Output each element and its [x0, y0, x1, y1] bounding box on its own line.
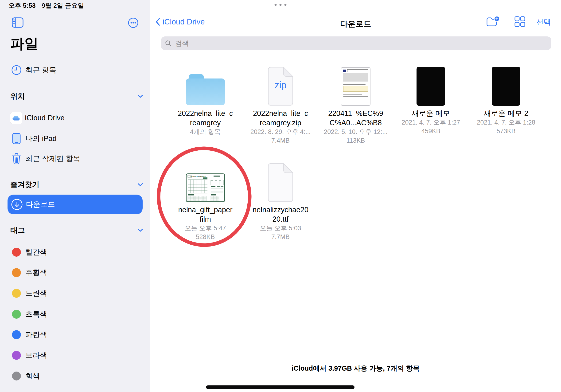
tag-dot-purple-icon	[10, 351, 22, 360]
tag-dot-orange-icon	[10, 268, 22, 277]
icloud-drive-icon	[10, 112, 22, 124]
chevron-back-icon	[155, 18, 160, 26]
memo-thumbnail	[417, 67, 445, 106]
sidebar-item-downloads[interactable]: 다운로드	[8, 195, 143, 214]
sidebar-item-tag-orange[interactable]: 주황색	[10, 266, 143, 280]
sidebar-more-button[interactable]	[128, 17, 139, 28]
sidebar-toggle-icon	[12, 17, 23, 28]
tag-dot-gray-icon	[10, 371, 22, 381]
file-name: 2022nelna_lite_creamgrey.zip	[253, 109, 308, 128]
sidebar-item-label: 최근 항목	[25, 65, 57, 75]
download-circle-icon	[11, 198, 23, 211]
section-header-label: 태그	[10, 225, 25, 235]
sidebar-item-tag-gray[interactable]: 회색	[10, 369, 143, 383]
search-input[interactable]	[175, 39, 551, 47]
new-folder-button[interactable]	[486, 16, 500, 28]
file-meta: 459KB	[421, 127, 440, 136]
memo-thumbnail	[492, 67, 520, 106]
tag-label: 파란색	[25, 330, 47, 340]
document-thumbnail	[341, 67, 370, 106]
search-icon	[165, 40, 172, 46]
status-bar-left: 오후 5:53 9월 2일 금요일	[9, 2, 84, 9]
file-meta: 113KB	[346, 136, 365, 145]
sidebar-item-label: 나의 iPad	[25, 134, 57, 144]
sidebar-item-tag-yellow[interactable]: 노란색	[10, 286, 143, 300]
dot-icon	[284, 4, 287, 6]
file-meta: 573KB	[496, 127, 515, 136]
chevron-down-icon[interactable]	[137, 95, 143, 98]
file-item-folder[interactable]: 2022nelna_lite_creamgrey 4개의 항목	[168, 66, 243, 162]
blank-file-icon	[267, 162, 294, 202]
files-app-window: 오후 5:53 9월 2일 금요일 파일	[0, 0, 561, 392]
file-name: 220411_%EC%9C%A0...AC%B8	[328, 109, 383, 128]
zip-file-icon: zip	[268, 66, 293, 106]
file-meta: 4개의 항목	[190, 128, 221, 136]
tag-dot-yellow-icon	[10, 289, 22, 298]
file-name: nelnalizzychae2020.ttf	[253, 205, 308, 224]
section-header-label: 즐겨찾기	[10, 180, 40, 190]
chevron-down-icon[interactable]	[137, 229, 143, 232]
folder-icon	[185, 66, 225, 106]
file-meta: 2022. 8. 29. 오후 4:...	[250, 128, 311, 136]
sidebar-item-icloud-drive[interactable]: iCloud Drive	[10, 111, 143, 125]
file-meta: 7.4MB	[271, 136, 290, 145]
zip-badge: zip	[274, 80, 286, 90]
status-time: 오후 5:53	[9, 2, 36, 9]
planner-title: MONTHLY PLANNER	[190, 175, 205, 177]
file-name: 새로운 메모	[412, 109, 450, 118]
tag-label: 빨간색	[25, 247, 47, 257]
sidebar: 오후 5:53 9월 2일 금요일 파일	[0, 0, 150, 392]
file-meta: 2021. 4. 7. 오후 1:28	[477, 118, 535, 127]
file-grid: 2022nelna_lite_creamgrey 4개의 항목 zip 2022…	[168, 66, 544, 259]
file-item-planner[interactable]: MONTHLY PLANNER	[168, 162, 243, 259]
tag-dot-green-icon	[10, 310, 22, 319]
file-item-document[interactable]: 220411_%EC%9C%A0...AC%B8 2022. 5. 10. 오후…	[318, 66, 393, 162]
tag-label: 노란색	[25, 288, 47, 298]
dot-icon	[280, 4, 282, 6]
view-options-button[interactable]	[514, 16, 526, 28]
sidebar-item-recents[interactable]: 최근 항목	[10, 63, 143, 77]
sidebar-item-recently-deleted[interactable]: 최근 삭제된 항목	[10, 152, 143, 166]
file-meta: 528KB	[196, 233, 215, 241]
file-meta: 2022. 5. 10. 오후 12:...	[324, 128, 388, 136]
file-name: 2022nelna_lite_creamgrey	[178, 109, 233, 128]
file-item-zip[interactable]: zip 2022nelna_lite_creamgrey.zip 2022. 8…	[243, 66, 318, 162]
sidebar-item-my-ipad[interactable]: 나의 iPad	[10, 132, 143, 146]
file-name: nelna_gift_paperfilm	[178, 205, 233, 224]
sidebar-toggle-button[interactable]	[12, 17, 23, 28]
home-indicator[interactable]	[206, 385, 355, 389]
toolbar-right: 선택	[486, 16, 551, 28]
file-meta: 오늘 오후 5:47	[185, 224, 226, 233]
file-item-ttf[interactable]: nelnalizzychae2020.ttf 오늘 오후 5:03 7.7MB	[243, 162, 318, 259]
tag-label: 보라색	[25, 350, 47, 360]
sidebar-item-tag-red[interactable]: 빨간색	[10, 245, 143, 259]
sidebar-item-tag-green[interactable]: 초록색	[10, 307, 143, 321]
page-title: 다운로드	[340, 19, 371, 29]
document-logo	[343, 70, 346, 72]
section-header-favorites: 즐겨찾기	[10, 178, 143, 192]
folder-plus-icon	[486, 16, 500, 27]
status-date: 9월 2일 금요일	[42, 2, 84, 9]
file-item-memo-2[interactable]: 새로운 메모 2 2021. 4. 7. 오후 1:28 573KB	[468, 66, 544, 162]
grid-view-icon	[514, 16, 526, 27]
select-button[interactable]: 선택	[536, 17, 551, 27]
tag-dot-red-icon	[10, 248, 22, 257]
section-header-label: 위치	[10, 91, 25, 101]
tag-label: 회색	[25, 371, 40, 381]
sidebar-item-tag-purple[interactable]: 보라색	[10, 348, 143, 362]
planner-thumbnail: MONTHLY PLANNER	[186, 162, 225, 202]
document-highlight-box	[343, 86, 368, 92]
app-title: 파일	[10, 35, 39, 53]
back-button[interactable]: iCloud Drive	[155, 17, 205, 26]
tag-label: 주황색	[25, 268, 47, 278]
clock-icon	[10, 65, 22, 75]
tag-dot-blue-icon	[10, 330, 22, 339]
file-name: 새로운 메모 2	[484, 109, 528, 118]
sidebar-item-tag-blue[interactable]: 파란색	[10, 328, 143, 342]
chevron-down-icon[interactable]	[137, 183, 143, 186]
window-drag-handle[interactable]	[275, 4, 287, 6]
ellipsis-circle-icon	[128, 17, 139, 28]
sidebar-item-label: 다운로드	[26, 199, 55, 209]
trash-icon	[10, 152, 22, 165]
file-item-memo[interactable]: 새로운 메모 2021. 4. 7. 오후 1:27 459KB	[393, 66, 468, 162]
